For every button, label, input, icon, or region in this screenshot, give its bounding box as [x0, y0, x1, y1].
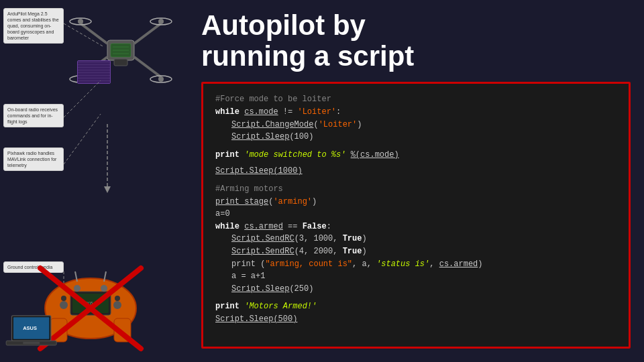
title-area: Autopilot by running a script: [201, 0, 631, 82]
code-print-mode: print 'mode switched to %s' %(cs.mode): [215, 149, 616, 162]
code-comment-1: #Force mode to be loiter: [215, 95, 331, 104]
svg-line-1: [80, 23, 107, 44]
svg-rect-13: [114, 59, 127, 66]
annotation-2: On-board radio receives commands and for…: [3, 104, 64, 127]
svg-line-2: [134, 23, 161, 44]
code-block: #Force mode to be loiter while cs.mode !…: [201, 82, 631, 349]
left-panel: ArduPilot Mega 2.5 comes and stabilises …: [0, 0, 188, 362]
code-section-1: #Force mode to be loiter while cs.mode !…: [215, 93, 616, 143]
svg-point-31: [61, 296, 66, 301]
title-line2: running a script: [201, 41, 631, 72]
title-line1: Autopilot by: [201, 10, 631, 41]
svg-rect-26: [114, 318, 131, 342]
svg-point-32: [115, 296, 120, 301]
svg-point-6: [78, 19, 83, 24]
code-section-3: print 'Motors Armed!' Script.Sleep(500): [215, 300, 616, 325]
svg-point-30: [113, 301, 121, 309]
code-sleep-100: Script.Sleep: [231, 132, 289, 141]
svg-rect-44: [23, 342, 40, 344]
svg-point-12: [158, 76, 164, 82]
code-cs-mode-1: cs.mode: [244, 107, 278, 117]
code-section-2: #Arming motors print_stage('arming') a=0…: [215, 183, 616, 295]
svg-text:DX6: DX6: [83, 300, 93, 306]
svg-point-8: [158, 19, 164, 24]
laptop-image: ASUS: [0, 308, 80, 362]
svg-marker-23: [104, 186, 111, 193]
svg-text:ASUS: ASUS: [23, 326, 37, 332]
code-sleep-1000: Script.Sleep(1000): [215, 165, 616, 178]
annotation-1: ArduPilot Mega 2.5 comes and stabilises …: [3, 8, 64, 44]
svg-line-4: [134, 57, 161, 77]
code-while-1: while: [215, 107, 244, 117]
code-changemode: Script.ChangeMode: [231, 120, 313, 129]
right-panel: Autopilot by running a script #Force mod…: [188, 0, 644, 362]
svg-point-36: [74, 285, 80, 292]
svg-point-37: [101, 285, 107, 292]
svg-line-20: [64, 114, 101, 164]
annotation-3: Pixhawk radio handles MAVLink connection…: [3, 147, 64, 171]
